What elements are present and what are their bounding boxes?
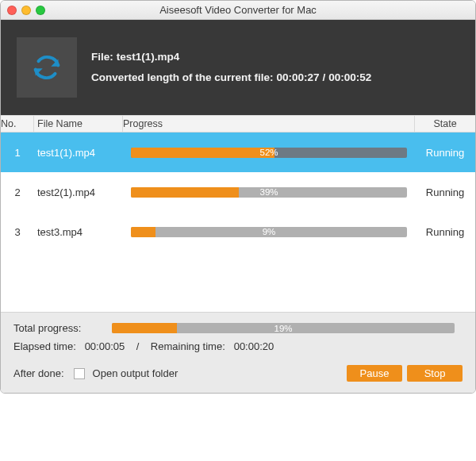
table-row[interactable]: 3test3.mp49%Running bbox=[1, 212, 475, 252]
stop-button[interactable]: Stop bbox=[407, 365, 463, 382]
row-progress-cell: 52% bbox=[123, 148, 415, 158]
file-label: File: bbox=[91, 47, 113, 67]
row-progress-cell: 9% bbox=[123, 227, 415, 237]
titlebar[interactable]: Aiseesoft Video Converter for Mac bbox=[1, 1, 475, 20]
converted-length-sep: / bbox=[323, 67, 326, 88]
row-no: 2 bbox=[1, 186, 34, 198]
converted-length-current: 00:00:27 bbox=[277, 67, 320, 88]
total-progress-row: Total progress: 19% bbox=[13, 322, 463, 334]
row-progress-bar: 52% bbox=[131, 148, 407, 158]
converted-length-total: 00:00:52 bbox=[328, 67, 371, 88]
col-header-prog[interactable]: Progress bbox=[123, 116, 415, 132]
row-progress-bar: 9% bbox=[131, 227, 407, 237]
row-file-name: test2(1).mp4 bbox=[34, 186, 123, 198]
row-file-name: test3.mp4 bbox=[34, 226, 123, 238]
row-state: Running bbox=[415, 147, 475, 159]
current-file-header: File: test1(1).mp4 Converted length of t… bbox=[1, 20, 475, 115]
col-header-state[interactable]: State bbox=[415, 118, 475, 129]
row-no: 3 bbox=[1, 226, 34, 238]
converted-length-label: Converted length of the current file: bbox=[91, 67, 274, 88]
row-progress-cell: 39% bbox=[123, 187, 415, 198]
row-no: 1 bbox=[1, 147, 34, 159]
table-header: No. File Name Progress State bbox=[1, 115, 475, 133]
table-row[interactable]: 1test1(1).mp452%Running bbox=[1, 133, 475, 172]
open-output-folder-label[interactable]: Open output folder bbox=[93, 367, 178, 379]
refresh-icon bbox=[30, 51, 63, 84]
row-progress-percent: 52% bbox=[131, 148, 407, 158]
col-header-no[interactable]: No. bbox=[1, 116, 34, 132]
col-header-name[interactable]: File Name bbox=[34, 116, 123, 132]
current-file-thumbnail bbox=[17, 37, 77, 98]
table-row[interactable]: 2test2(1).mp439%Running bbox=[1, 172, 475, 212]
elapsed-value: 00:00:05 bbox=[85, 340, 125, 352]
current-file-info: File: test1(1).mp4 Converted length of t… bbox=[91, 47, 371, 87]
table-body: 1test1(1).mp452%Running2test2(1).mp439%R… bbox=[1, 133, 475, 312]
row-state: Running bbox=[415, 226, 475, 238]
row-file-name: test1(1).mp4 bbox=[34, 147, 123, 159]
elapsed-label: Elapsed time: bbox=[13, 340, 76, 352]
row-progress-bar: 39% bbox=[131, 187, 407, 198]
timing-sep: / bbox=[136, 340, 140, 352]
controls-row: After done: Open output folder Pause Sto… bbox=[13, 365, 463, 382]
total-progress-bar: 19% bbox=[112, 323, 455, 333]
minimize-icon[interactable] bbox=[21, 6, 31, 15]
row-progress-percent: 39% bbox=[131, 187, 407, 198]
open-output-folder-checkbox[interactable] bbox=[74, 368, 85, 379]
total-label: Total progress: bbox=[13, 322, 98, 334]
timing-row: Elapsed time: 00:00:05 / Remaining time:… bbox=[13, 340, 463, 352]
row-progress-percent: 9% bbox=[131, 227, 407, 237]
traffic-lights bbox=[7, 6, 45, 15]
remaining-value: 00:00:20 bbox=[234, 340, 274, 352]
footer: Total progress: 19% Elapsed time: 00:00:… bbox=[1, 312, 475, 393]
remaining-label: Remaining time: bbox=[151, 340, 225, 352]
after-done-label: After done: bbox=[13, 367, 64, 379]
row-state: Running bbox=[415, 186, 475, 198]
total-progress-percent: 19% bbox=[112, 323, 455, 333]
file-name: test1(1).mp4 bbox=[117, 47, 180, 67]
maximize-icon[interactable] bbox=[36, 6, 45, 15]
close-icon[interactable] bbox=[7, 6, 17, 15]
app-window: Aiseesoft Video Converter for Mac File: … bbox=[0, 0, 476, 394]
window-title: Aiseesoft Video Converter for Mac bbox=[1, 4, 475, 16]
pause-button[interactable]: Pause bbox=[347, 365, 402, 382]
